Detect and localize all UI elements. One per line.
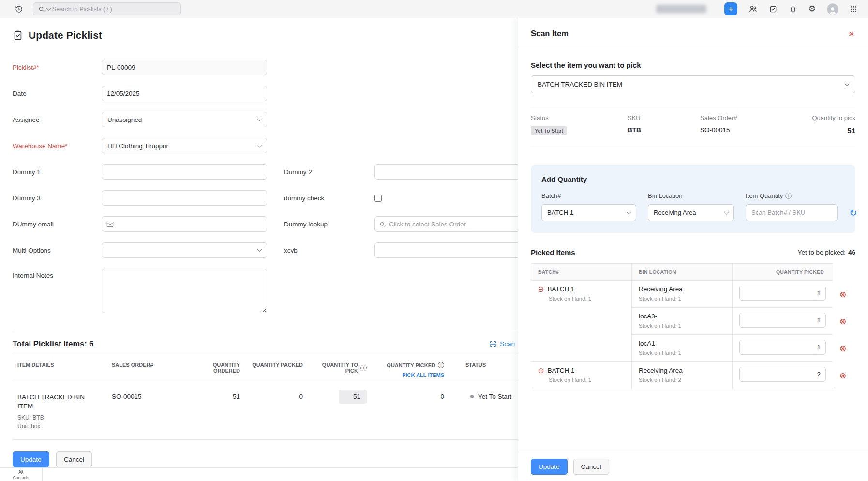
dummy-lookup-field[interactable]: [374, 216, 540, 232]
select-item-label: Select the item you want to pick: [531, 61, 855, 69]
batch-select-value: BATCH 1: [547, 209, 627, 216]
update-button[interactable]: Update: [13, 451, 49, 467]
close-icon[interactable]: ×: [848, 29, 855, 39]
avatar[interactable]: [827, 3, 838, 15]
collapse-batch-icon[interactable]: ⊖: [538, 367, 544, 374]
users-icon[interactable]: [748, 4, 758, 14]
envelope-icon: [106, 221, 114, 227]
dummy-email-field[interactable]: [102, 216, 267, 232]
dummy-email-input[interactable]: [117, 221, 262, 228]
status-label: Status: [531, 114, 628, 121]
pick-all-items-link[interactable]: PICK ALL ITEMS: [376, 372, 444, 378]
batch-select[interactable]: BATCH 1: [541, 204, 636, 221]
bin-location-label: Bin Location: [648, 192, 734, 199]
picked-quantity-input[interactable]: [739, 340, 826, 355]
bin-location-select[interactable]: Receiving Area: [648, 204, 734, 221]
chevron-down-icon: [724, 210, 729, 214]
remove-row-icon[interactable]: ⊗: [839, 290, 846, 299]
refresh-icon[interactable]: ↻: [849, 208, 857, 221]
dummy3-label: Dummy 3: [13, 195, 102, 202]
update-picklist-page: Update Picklist Picklist#* Date Assignee…: [13, 18, 569, 467]
settings-gear-icon[interactable]: ⚙: [808, 5, 816, 13]
collapse-batch-icon[interactable]: ⊖: [538, 286, 544, 293]
remove-row-icon[interactable]: ⊗: [839, 372, 846, 380]
org-name-blurred: [656, 5, 706, 13]
date-input[interactable]: [102, 86, 267, 101]
remove-row-icon[interactable]: ⊗: [839, 317, 846, 326]
dummy-lookup-input[interactable]: [389, 221, 535, 228]
scan-batch-input[interactable]: [746, 204, 838, 221]
item-select-value: BATCH TRACKED BIN ITEM: [538, 81, 845, 88]
dock-item-label: Contacts: [13, 475, 30, 480]
info-icon[interactable]: i: [438, 362, 444, 368]
history-icon[interactable]: [15, 5, 23, 14]
picked-header-row: BATCH# BIN LOCATION QUANTITY PICKED: [531, 264, 833, 281]
notifications-bell-icon[interactable]: [789, 5, 797, 14]
dock-item-contacts[interactable]: Contacts: [0, 468, 43, 481]
drawer-update-button[interactable]: Update: [531, 459, 568, 475]
drawer-cancel-button[interactable]: Cancel: [573, 459, 609, 475]
bin-stock: Stock on Hand: 2: [639, 377, 725, 383]
tasks-icon[interactable]: [769, 5, 778, 14]
dummy3-input[interactable]: [102, 190, 267, 206]
quantity-to-pick-value[interactable]: 51: [339, 390, 367, 404]
scan-link[interactable]: Scan: [489, 340, 515, 348]
warehouse-select[interactable]: HH Clothing Tiruppur: [102, 138, 267, 153]
picklist-number-input[interactable]: [102, 60, 267, 75]
info-icon[interactable]: i: [360, 365, 367, 371]
add-quantity-section: Add Quantity Batch# BATCH 1 Bin Location…: [531, 165, 855, 233]
bin-location-value: Receiving Area: [654, 209, 725, 216]
bin-stock: Stock on Hand: 1: [639, 296, 725, 301]
dummy2-label: Dummy 2: [284, 168, 374, 176]
add-quantity-title: Add Quantity: [541, 175, 845, 183]
yet-to-be-picked-label: Yet to be picked:: [798, 249, 846, 256]
quantity-to-pick-label: Quantity to pick: [787, 114, 855, 121]
bottom-divider: [0, 467, 518, 468]
cancel-button[interactable]: Cancel: [56, 451, 92, 467]
search-input[interactable]: [52, 6, 176, 13]
status-badge: Yet To Start: [478, 393, 511, 400]
sales-order-value[interactable]: SO-00015: [107, 383, 184, 440]
quantity-picked-value: 0: [372, 383, 449, 440]
remove-row-icon[interactable]: ⊗: [839, 345, 846, 353]
status-badge: Yet To Start: [531, 126, 567, 135]
dummy2-input[interactable]: [374, 164, 540, 180]
internal-notes-textarea[interactable]: [102, 269, 267, 313]
item-sku: SKU: BTB: [17, 414, 102, 421]
search-icon: [379, 221, 386, 227]
dummy1-input[interactable]: [102, 164, 267, 180]
item-quantity-label: Item Quantity: [746, 192, 783, 199]
dummy-check-checkbox[interactable]: [374, 195, 382, 202]
picked-row: ⊖ BATCH 1 Stock on Hand: 1 Receiving Are…: [531, 281, 833, 308]
bin-name: locA1-: [639, 340, 725, 347]
contacts-icon: [18, 469, 24, 475]
apps-grid-icon[interactable]: [850, 5, 857, 13]
item-name[interactable]: BATCH TRACKED BIN ITEM: [17, 393, 102, 411]
quantity-packed-value: 0: [245, 383, 308, 440]
global-search[interactable]: [33, 2, 181, 15]
picklist-clipboard-icon: [13, 30, 23, 41]
col-item-details: ITEM DETAILS: [13, 356, 107, 383]
multi-options-select[interactable]: [102, 242, 267, 258]
date-label: Date: [13, 90, 102, 97]
search-scope-chevron-icon[interactable]: [46, 6, 51, 11]
bin-stock: Stock on Hand: 1: [639, 323, 725, 329]
quick-create-button[interactable]: +: [724, 2, 737, 15]
xcvb-input[interactable]: [374, 242, 540, 258]
col-batch: BATCH#: [531, 264, 632, 281]
picked-quantity-input[interactable]: [739, 286, 826, 301]
scan-item-drawer: Scan Item × Select the item you want to …: [518, 18, 868, 481]
chevron-down-icon: [845, 81, 850, 86]
picklist-items-table: ITEM DETAILS SALES ORDER# QUANTITY ORDER…: [13, 356, 531, 440]
col-quantity-packed: QUANTITY PACKED: [245, 356, 308, 383]
picked-quantity-input[interactable]: [739, 313, 826, 328]
quantity-to-pick-value: 51: [787, 126, 855, 135]
batch-stock: Stock on Hand: 1: [549, 377, 625, 383]
info-icon[interactable]: i: [785, 193, 792, 199]
col-quantity-ordered: QUANTITY ORDERED: [184, 356, 245, 383]
assignee-select[interactable]: Unassigned: [102, 112, 267, 127]
picked-items-title: Picked Items: [531, 248, 575, 256]
picked-quantity-input[interactable]: [739, 367, 826, 382]
batch-name: BATCH 1: [548, 286, 575, 293]
item-select[interactable]: BATCH TRACKED BIN ITEM: [531, 75, 855, 93]
